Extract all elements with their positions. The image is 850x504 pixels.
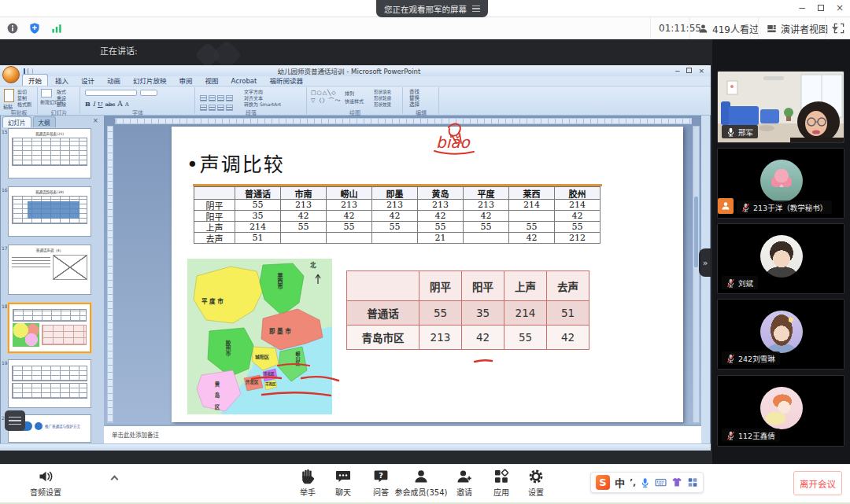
ribbon-tab-design[interactable]: 设计: [76, 75, 100, 86]
video-tile[interactable]: 213于洋（教学秘书）: [717, 148, 844, 219]
table-cell: 51: [547, 301, 589, 326]
shield-icon[interactable]: [28, 22, 41, 35]
map-label: 市北区: [264, 371, 275, 376]
shapes-gallery[interactable]: □○△╲◇: [311, 90, 337, 96]
cut-button[interactable]: 剪切: [17, 89, 27, 95]
avatar: [760, 160, 803, 202]
slide-thumbnail-15[interactable]: 普通话声母表(21): [8, 128, 91, 178]
ime-toolbox-icon[interactable]: [687, 476, 698, 488]
ime-skin-icon[interactable]: [671, 476, 682, 488]
chat-icon: [335, 469, 351, 484]
ppt-minimize-button[interactable]: −: [674, 67, 681, 75]
ribbon-tab-acrobat[interactable]: Acrobat: [226, 76, 263, 86]
grow-font-button[interactable]: A: [117, 100, 123, 108]
signal-bars-icon[interactable]: [50, 22, 63, 35]
shape-outline-button[interactable]: 形状轮廓: [374, 95, 391, 101]
slide-scrollbar[interactable]: [693, 126, 700, 423]
copy-button[interactable]: 复制: [17, 95, 27, 101]
panel-close-icon[interactable]: ×: [93, 117, 98, 124]
align-text-button[interactable]: 对齐文本: [244, 95, 263, 101]
ribbon-tab-insert[interactable]: 插入: [50, 75, 74, 86]
new-slide-icon[interactable]: [41, 89, 52, 97]
ribbon-tab-foxit[interactable]: 福昕阅读器: [264, 75, 309, 86]
notes-pane[interactable]: 单击此处添加备注: [104, 425, 701, 443]
thumb-title: 普通话声母表(21): [9, 131, 91, 136]
thumb-number: 18: [2, 304, 8, 309]
ime-toolbar[interactable]: S 中 ’,: [590, 472, 704, 493]
layout-button[interactable]: 版式: [57, 89, 66, 95]
minimize-button[interactable]: −: [796, 2, 808, 13]
strikethrough-button[interactable]: abc: [105, 101, 116, 108]
arrange-button[interactable]: 排列: [345, 90, 354, 97]
info-icon[interactable]: [6, 22, 19, 35]
ime-language-mode[interactable]: 中: [615, 475, 625, 490]
shapes-gallery[interactable]: ▽〈〉⌒～: [311, 97, 341, 104]
ribbon-tab-home[interactable]: 开始: [22, 74, 48, 86]
font-name-select[interactable]: [85, 90, 137, 96]
table-cell: 21: [418, 233, 464, 244]
paste-icon[interactable]: [4, 89, 14, 102]
ribbon-tab-view[interactable]: 视图: [200, 75, 224, 86]
shape-effects-button[interactable]: 形状效果: [374, 101, 391, 108]
table-cell: 213: [418, 200, 464, 211]
ime-punctuation-mode[interactable]: ’,: [630, 477, 636, 487]
panel-tab-slides[interactable]: 幻灯片: [2, 116, 31, 127]
quick-styles-button[interactable]: 快速样式: [345, 98, 364, 105]
fullscreen-button[interactable]: [825, 17, 850, 39]
thumb-title: 推广普通话与保护方言: [45, 424, 80, 429]
audio-settings-button[interactable]: 音频设置: [24, 469, 68, 498]
find-button[interactable]: 查找: [409, 89, 419, 95]
leave-meeting-button[interactable]: 离开会议: [793, 471, 842, 495]
panel-tab-outline[interactable]: 大纲: [33, 116, 56, 127]
settings-button[interactable]: 设置: [514, 469, 558, 498]
ppt-close-button[interactable]: ×: [698, 67, 704, 75]
italic-button[interactable]: I: [93, 101, 95, 108]
sogou-logo[interactable]: S: [596, 475, 610, 490]
video-tile[interactable]: 242刘雪琳: [717, 299, 844, 370]
font-size-select[interactable]: [140, 90, 157, 96]
tone-comparison-table[interactable]: 普通话 市南 崂山 即墨 黄岛 平度 莱西 胶州 阴平 55 213 213 2…: [194, 186, 601, 244]
table-cell: 42: [418, 211, 464, 222]
sidebar-collapse-handle[interactable]: »: [699, 248, 711, 277]
office-button[interactable]: [2, 66, 20, 83]
video-tile-presenter[interactable]: 邢军: [717, 71, 844, 143]
format-painter-button[interactable]: 格式刷: [17, 101, 31, 108]
participant-name: 邢军: [738, 127, 753, 138]
select-button[interactable]: 选择: [409, 101, 419, 108]
slide-title[interactable]: •声调比较: [187, 149, 285, 177]
replace-button[interactable]: 替换: [409, 95, 419, 101]
mic-muted-icon: [741, 203, 750, 212]
video-tile[interactable]: 刘斌: [717, 223, 844, 294]
slide-thumbnail-18-selected[interactable]: [8, 303, 91, 353]
bold-button[interactable]: B: [85, 100, 91, 108]
map-label: 胶州市: [224, 340, 231, 356]
table-cell: 214: [555, 200, 601, 211]
banner-menu-icon[interactable]: [472, 4, 480, 14]
underline-button[interactable]: U: [98, 101, 103, 108]
screen-share-banner[interactable]: 您正在观看邢军的屏幕: [376, 0, 488, 17]
slide-thumbnail-17[interactable]: 普通话声调（4）: [8, 245, 91, 295]
reset-button[interactable]: 重设: [57, 95, 66, 101]
ribbon-tab-review[interactable]: 审阅: [174, 75, 198, 86]
viewers-count[interactable]: 419人看过: [689, 17, 767, 39]
floating-menu-button[interactable]: [5, 410, 25, 431]
delete-button[interactable]: 删除: [57, 101, 66, 108]
shape-fill-button[interactable]: 形状填充: [374, 89, 391, 95]
slide-thumbnail-16[interactable]: 普通话韵母表(39): [8, 186, 91, 237]
slide-thumbnail-19[interactable]: [8, 359, 91, 408]
smartart-button[interactable]: 转换为 SmartArt: [244, 101, 281, 108]
ribbon-tab-animation[interactable]: 动画: [102, 75, 126, 86]
shrink-font-button[interactable]: A: [125, 101, 129, 108]
putonghua-qingdao-tone-table[interactable]: 阴平 阳平 上声 去声 普通话 55 35 214 51 青岛市区 213 42…: [346, 270, 589, 350]
ime-keyboard-icon[interactable]: [655, 476, 667, 489]
maximize-button[interactable]: [815, 2, 826, 13]
text-direction-button[interactable]: 文字方向: [244, 89, 263, 95]
meeting-window: 您正在观看邢军的屏幕 − × 01:11:55 419人看过 演讲者视图 正在讲…: [0, 0, 850, 504]
video-tile[interactable]: 112王鑫倩: [717, 375, 844, 447]
ime-mic-icon[interactable]: [641, 477, 649, 488]
slide-scrollbar-thumb[interactable]: [694, 197, 698, 267]
notes-placeholder: 单击此处添加备注: [112, 430, 159, 439]
ribbon-tab-slideshow[interactable]: 幻灯片放映: [128, 75, 172, 86]
close-button[interactable]: ×: [834, 2, 845, 13]
ppt-restore-button[interactable]: [686, 67, 692, 75]
